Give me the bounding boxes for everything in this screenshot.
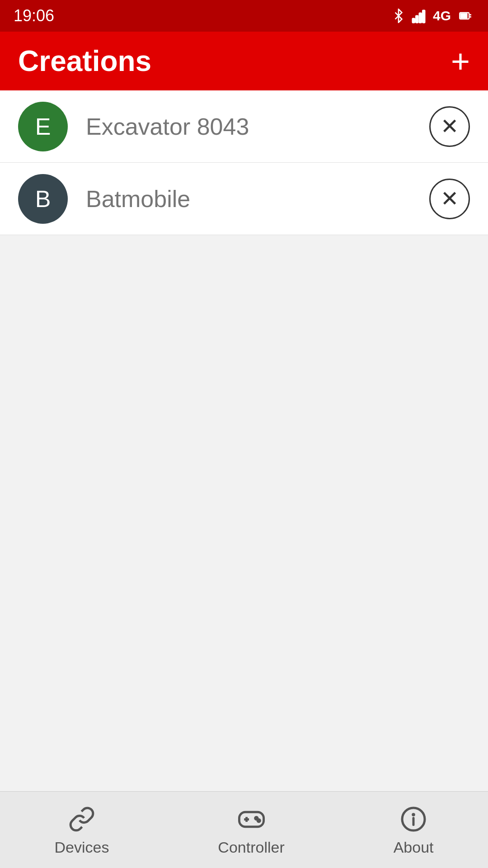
nav-item-about[interactable]: About [366,799,461,861]
empty-content-area [0,235,488,791]
bluetooth-icon [391,9,406,23]
close-icon: ✕ [441,188,459,210]
link-icon [66,803,98,835]
creations-list: E Excavator 8043 ✕ B Batmobile ✕ [0,90,488,235]
delete-batmobile-button[interactable]: ✕ [429,179,470,219]
item-label: Batmobile [86,185,429,212]
add-creation-button[interactable]: + [451,45,470,77]
network-type-label: 4G [433,8,451,24]
avatar-letter: E [35,113,51,140]
battery-icon [456,9,474,22]
info-icon [398,803,429,835]
status-icons: 4G [391,8,474,24]
nav-label-about: About [394,839,434,856]
close-icon: ✕ [441,116,459,137]
status-time: 19:06 [14,6,54,25]
avatar: E [18,102,68,151]
status-bar: 19:06 4G [0,0,488,32]
svg-rect-1 [416,16,418,23]
page-title: Creations [18,44,151,78]
delete-excavator-button[interactable]: ✕ [429,106,470,147]
signal-icon [411,8,427,24]
nav-label-controller: Controller [218,839,284,856]
nav-label-devices: Devices [54,839,109,856]
item-label: Excavator 8043 [86,113,429,140]
svg-point-12 [258,819,260,821]
avatar-letter: B [35,185,51,212]
svg-rect-0 [413,19,415,23]
list-item[interactable]: B Batmobile ✕ [0,163,488,235]
svg-rect-5 [460,13,467,19]
svg-rect-2 [419,13,422,23]
app-header: Creations + [0,32,488,90]
nav-item-controller[interactable]: Controller [191,799,311,861]
nav-item-devices[interactable]: Devices [27,799,136,861]
list-item[interactable]: E Excavator 8043 ✕ [0,90,488,163]
svg-rect-3 [422,10,425,23]
gamepad-icon [235,803,267,835]
avatar: B [18,174,68,224]
bottom-navigation: Devices Controller About [0,791,488,868]
